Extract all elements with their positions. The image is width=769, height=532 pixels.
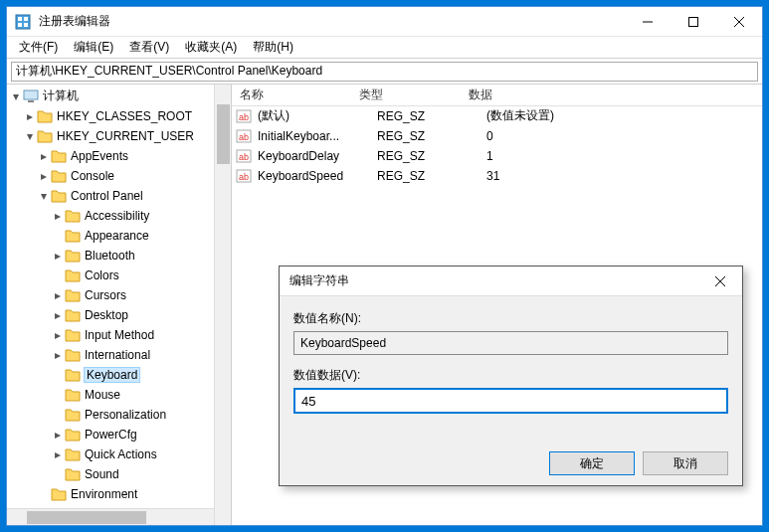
- folder-icon: [37, 129, 53, 143]
- scrollbar-vertical[interactable]: [214, 85, 231, 526]
- tree-hkcu[interactable]: ▾HKEY_CURRENT_USER: [9, 126, 231, 146]
- tree-label: Desktop: [85, 308, 128, 322]
- chevron-right-icon[interactable]: ▸: [37, 149, 51, 163]
- tree-controlpanel[interactable]: ▾Control Panel: [9, 186, 231, 206]
- col-type[interactable]: 类型: [351, 85, 461, 105]
- menu-edit[interactable]: 编辑(E): [66, 37, 121, 58]
- col-data[interactable]: 数据: [461, 85, 762, 105]
- value-type: REG_SZ: [373, 109, 482, 123]
- chevron-down-icon[interactable]: ▾: [23, 129, 37, 143]
- list-item[interactable]: abKeyboardDelayREG_SZ1: [232, 146, 762, 166]
- tree-sound[interactable]: Sound: [9, 464, 231, 484]
- tree-label: Quick Actions: [85, 447, 157, 461]
- col-name[interactable]: 名称: [232, 85, 351, 105]
- tree-desktop[interactable]: ▸Desktop: [9, 305, 231, 325]
- tree-personalization[interactable]: Personalization: [9, 405, 231, 425]
- chevron-right-icon[interactable]: ▸: [51, 447, 65, 461]
- tree-root[interactable]: ▾计算机: [9, 87, 231, 106]
- menu-help[interactable]: 帮助(H): [245, 37, 301, 58]
- string-value-icon: ab: [236, 108, 252, 124]
- tree-label: HKEY_CLASSES_ROOT: [57, 109, 192, 123]
- dialog-body: 数值名称(N): 数值数据(V):: [280, 296, 742, 443]
- cancel-button[interactable]: 取消: [643, 451, 728, 475]
- computer-icon: [23, 89, 39, 103]
- tree-powercfg[interactable]: ▸PowerCfg: [9, 425, 231, 444]
- dialog-title: 编辑字符串: [280, 272, 698, 289]
- value-name: KeyboardSpeed: [254, 169, 373, 183]
- tree-colors[interactable]: Colors: [9, 266, 231, 285]
- list-item[interactable]: ab(默认)REG_SZ(数值未设置): [232, 106, 762, 126]
- chevron-down-icon[interactable]: ▾: [9, 89, 23, 103]
- chevron-right-icon[interactable]: ▸: [51, 288, 65, 302]
- tree-international[interactable]: ▸International: [9, 345, 231, 365]
- tree-appevents[interactable]: ▸AppEvents: [9, 146, 231, 166]
- tree-panel[interactable]: ▾计算机 ▸HKEY_CLASSES_ROOT ▾HKEY_CURRENT_US…: [7, 85, 232, 526]
- tree-appearance[interactable]: Appearance: [9, 226, 231, 246]
- chevron-right-icon[interactable]: ▸: [51, 428, 65, 442]
- dialog-titlebar[interactable]: 编辑字符串: [280, 266, 742, 296]
- close-button[interactable]: [716, 7, 762, 37]
- folder-icon: [65, 249, 81, 263]
- menu-file[interactable]: 文件(F): [11, 37, 66, 58]
- value-name: KeyboardDelay: [254, 149, 373, 163]
- maximize-button[interactable]: [671, 7, 716, 37]
- address-input[interactable]: [11, 62, 758, 82]
- tree-label: 计算机: [43, 88, 79, 104]
- folder-icon: [51, 189, 67, 203]
- menu-view[interactable]: 查看(V): [121, 37, 177, 58]
- tree-label-selected: Keyboard: [85, 368, 139, 382]
- svg-rect-2: [24, 17, 28, 21]
- tree-environment[interactable]: Environment: [9, 484, 231, 504]
- tree-label: Personalization: [85, 408, 166, 422]
- svg-rect-9: [24, 90, 38, 99]
- tree-label: Environment: [71, 487, 137, 501]
- chevron-right-icon[interactable]: ▸: [51, 348, 65, 362]
- tree-accessibility[interactable]: ▸Accessibility: [9, 206, 231, 226]
- titlebar[interactable]: 注册表编辑器: [7, 7, 762, 37]
- tree-cursors[interactable]: ▸Cursors: [9, 285, 231, 305]
- value-data-field[interactable]: [293, 388, 728, 414]
- minimize-button[interactable]: [625, 7, 671, 37]
- chevron-down-icon[interactable]: ▾: [37, 189, 51, 203]
- menu-favorites[interactable]: 收藏夹(A): [177, 37, 245, 58]
- chevron-right-icon[interactable]: ▸: [51, 249, 65, 263]
- dialog-close-button[interactable]: [698, 266, 742, 296]
- value-data: 0: [482, 129, 762, 143]
- folder-icon: [37, 109, 53, 123]
- chevron-right-icon[interactable]: ▸: [37, 169, 51, 183]
- folder-icon: [65, 268, 81, 282]
- folder-icon: [51, 149, 67, 163]
- chevron-right-icon[interactable]: ▸: [51, 328, 65, 342]
- svg-rect-6: [689, 17, 698, 26]
- list-item[interactable]: abKeyboardSpeedREG_SZ31: [232, 166, 762, 186]
- value-data: (数值未设置): [482, 107, 762, 124]
- value-type: REG_SZ: [373, 169, 482, 183]
- value-type: REG_SZ: [373, 149, 482, 163]
- chevron-right-icon[interactable]: ▸: [51, 308, 65, 322]
- value-name: InitialKeyboar...: [254, 129, 373, 143]
- tree-bluetooth[interactable]: ▸Bluetooth: [9, 246, 231, 266]
- svg-rect-1: [18, 17, 22, 21]
- tree-quickactions[interactable]: ▸Quick Actions: [9, 444, 231, 464]
- tree-label: Appearance: [85, 229, 149, 243]
- chevron-right-icon[interactable]: ▸: [51, 209, 65, 223]
- folder-icon: [65, 229, 81, 243]
- value-name-field[interactable]: [293, 331, 728, 355]
- value-name-label: 数值名称(N):: [293, 310, 728, 327]
- folder-icon: [65, 467, 81, 481]
- tree-inputmethod[interactable]: ▸Input Method: [9, 325, 231, 345]
- tree-label: PowerCfg: [85, 428, 137, 442]
- tree-label: AppEvents: [71, 149, 128, 163]
- tree-label: International: [85, 348, 150, 362]
- tree-console[interactable]: ▸Console: [9, 166, 231, 186]
- ok-button[interactable]: 确定: [549, 451, 635, 475]
- chevron-right-icon[interactable]: ▸: [23, 109, 37, 123]
- tree-label: HKEY_CURRENT_USER: [57, 129, 194, 143]
- list-item[interactable]: abInitialKeyboar...REG_SZ0: [232, 126, 762, 146]
- address-bar: [7, 59, 762, 85]
- folder-icon: [51, 487, 67, 501]
- tree-keyboard[interactable]: Keyboard: [9, 365, 231, 385]
- tree-mouse[interactable]: Mouse: [9, 385, 231, 405]
- tree-hkcr[interactable]: ▸HKEY_CLASSES_ROOT: [9, 106, 231, 126]
- scrollbar-horizontal[interactable]: [7, 508, 214, 525]
